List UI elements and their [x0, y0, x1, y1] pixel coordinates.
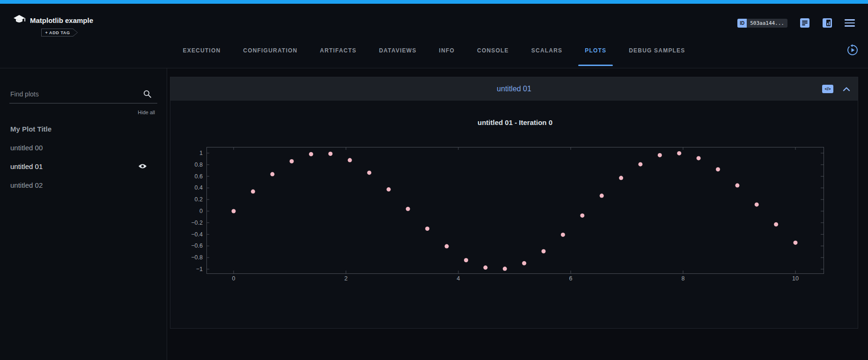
tab-bar: EXECUTIONCONFIGURATIONARTIFACTSDATAVIEWS… [0, 40, 868, 68]
plots-sidebar: Hide all My Plot Titleuntitled 00untitle… [0, 68, 167, 360]
y-tick-label: 0.8 [195, 162, 203, 168]
y-tick-label: −0.8 [191, 254, 203, 261]
plots-content: untitled 01 </> untitled 01 - Iteration … [168, 68, 868, 360]
tab-configuration[interactable]: CONFIGURATION [232, 40, 309, 68]
x-tick-label: 6 [569, 275, 573, 282]
chart-title: untitled 01 - Iteration 0 [478, 118, 552, 126]
tabs-container: EXECUTIONCONFIGURATIONARTIFACTSDATAVIEWS… [171, 40, 696, 68]
auto-refresh-icon[interactable] [846, 44, 859, 56]
hide-all-button[interactable]: Hide all [138, 110, 155, 115]
id-value: 503aa144... [747, 19, 787, 28]
data-point [251, 190, 255, 194]
data-point [483, 265, 487, 270]
app-logo-icon [12, 13, 26, 29]
data-point [425, 227, 429, 231]
data-point [638, 162, 642, 166]
y-tick-label: −1 [196, 266, 203, 272]
data-point [794, 241, 798, 245]
plot-list-item[interactable]: My Plot Title [0, 119, 167, 138]
plot-card-title: untitled 01 [497, 85, 531, 93]
x-tick-label: 2 [344, 275, 347, 282]
scatter-chart[interactable]: untitled 01 - Iteration 0024681010.80.60… [170, 101, 859, 328]
add-tag-button[interactable]: + ADD TAG [41, 29, 78, 37]
description-icon[interactable] [800, 18, 810, 28]
y-tick-label: 0 [199, 208, 203, 214]
data-point [619, 176, 623, 180]
menu-icon[interactable] [845, 19, 855, 27]
y-tick-label: 0.4 [195, 184, 203, 191]
tab-artifacts[interactable]: ARTIFACTS [309, 40, 368, 68]
search-input[interactable] [10, 90, 143, 98]
plot-frame [207, 147, 824, 274]
y-tick-label: 0.2 [195, 196, 203, 203]
experiment-id-chip[interactable]: ID 503aa144... [737, 19, 787, 28]
app-window: COMPLETED Matplotlib example + ADD TAG I… [0, 0, 868, 360]
details-panel-icon[interactable] [822, 18, 832, 28]
data-point [697, 156, 701, 160]
tab-execution[interactable]: EXECUTION [171, 40, 232, 68]
data-point [716, 167, 720, 171]
plot-item-label: untitled 02 [10, 181, 43, 189]
plot-item-label: untitled 00 [10, 144, 43, 152]
data-point [328, 152, 332, 156]
experiment-title: Matplotlib example [30, 16, 93, 24]
tab-plots[interactable]: PLOTS [574, 40, 618, 68]
data-point [309, 152, 313, 156]
x-tick-label: 10 [792, 275, 799, 282]
data-point [561, 233, 565, 237]
data-point [677, 151, 681, 155]
data-point [348, 158, 352, 162]
plot-card: untitled 01 </> untitled 01 - Iteration … [170, 77, 858, 329]
plot-list-item[interactable]: untitled 00 [0, 138, 167, 157]
data-point [600, 194, 604, 198]
plot-item-label: untitled 01 [10, 162, 43, 170]
x-tick-label: 0 [232, 275, 235, 282]
data-point [464, 258, 468, 262]
data-point [580, 213, 584, 218]
data-point [658, 153, 662, 157]
tab-scalars[interactable]: SCALARS [520, 40, 574, 68]
data-point [735, 184, 739, 188]
eye-icon[interactable] [138, 163, 147, 169]
data-point [367, 170, 371, 175]
chevron-up-icon[interactable] [843, 87, 850, 91]
data-point [232, 209, 236, 213]
data-point [522, 261, 526, 265]
id-label: ID [737, 19, 747, 28]
data-point [290, 159, 294, 163]
plot-card-header: untitled 01 </> [170, 77, 858, 101]
tab-info[interactable]: INFO [428, 40, 466, 68]
data-point [270, 172, 274, 176]
data-point [755, 202, 759, 206]
plot-list: My Plot Titleuntitled 00untitled 01untit… [0, 119, 167, 194]
plot-item-label: My Plot Title [10, 125, 51, 133]
tab-console[interactable]: CONSOLE [466, 40, 520, 68]
x-tick-label: 4 [456, 275, 460, 282]
x-tick-label: 8 [682, 275, 685, 282]
tab-dataviews[interactable]: DATAVIEWS [368, 40, 427, 68]
app-header: Matplotlib example + ADD TAG ID 503aa144… [0, 4, 868, 40]
y-tick-label: 1 [199, 150, 203, 156]
data-point [774, 222, 778, 227]
search-icon [143, 89, 152, 100]
view-code-icon[interactable]: </> [822, 85, 833, 93]
data-point [542, 249, 546, 253]
y-tick-label: −0.4 [191, 231, 203, 238]
data-point [445, 244, 449, 249]
data-point [406, 207, 410, 211]
plot-list-item[interactable]: untitled 02 [0, 176, 167, 194]
plot-area: untitled 01 - Iteration 0024681010.80.60… [170, 101, 858, 328]
tab-debug-samples[interactable]: DEBUG SAMPLES [618, 40, 696, 68]
y-tick-label: −0.2 [191, 220, 203, 226]
plot-search-field [9, 90, 157, 103]
plot-list-item[interactable]: untitled 01 [0, 157, 167, 176]
data-point [503, 267, 507, 271]
y-tick-label: −0.6 [191, 242, 203, 249]
data-point [387, 187, 391, 191]
y-tick-label: 0.6 [195, 173, 203, 180]
